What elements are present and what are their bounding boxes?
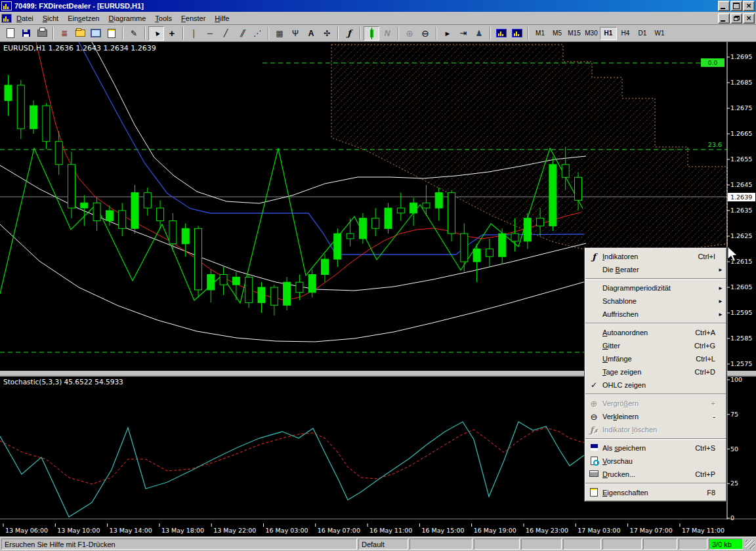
cursor-tool-button[interactable]: ► (148, 26, 164, 41)
current-price-tag: 1.2639 (730, 194, 752, 201)
zoom-out-button[interactable]: ⊖ (417, 26, 433, 41)
indicators-icon: ƒ (347, 28, 351, 38)
timeframe-m30[interactable]: M30 (583, 27, 600, 40)
save-icon (22, 30, 30, 37)
print-button[interactable] (34, 26, 50, 41)
menu-item-auffrischen[interactable]: Auffrischen► (585, 308, 726, 321)
arrows-tool-button[interactable]: ✣ (319, 26, 335, 41)
menu-item-umfänge[interactable]: UmfängeCtrl+L (585, 352, 726, 365)
menu-item-die-berater[interactable]: Die Berater► (585, 263, 726, 276)
pitchfork-tool-button[interactable]: Ψ (287, 26, 303, 41)
data-window-button[interactable] (72, 26, 88, 41)
status-panel (474, 539, 520, 550)
child-close-button[interactable]: × (743, 13, 755, 24)
menu-item-indikatoren[interactable]: ƒIndikatorenCtrl+I (585, 250, 726, 263)
line-mode-icon: N (385, 29, 390, 38)
text-tool-button[interactable]: A (303, 26, 319, 41)
market-watch-button[interactable]: ≣ (56, 26, 72, 41)
time-axis-label: 16 May 23:00 (526, 527, 568, 534)
submenu-arrow-icon: ► (718, 298, 723, 304)
menu-item-eigenschaften[interactable]: EigenschaftenF8 (585, 486, 726, 499)
menu-einsetzen[interactable]: Einsetzen (63, 13, 104, 24)
zoom-in-button[interactable]: ⊕ (402, 26, 417, 41)
expert-advisors-button[interactable]: ♟ (471, 26, 487, 41)
timeframe-w1[interactable]: W1 (651, 27, 668, 40)
channel-tool-icon: ╱╱ (240, 30, 243, 37)
profile-selector[interactable]: Default (358, 539, 408, 550)
crosshair-tool-button[interactable]: + (164, 26, 180, 41)
terminal-button[interactable] (88, 26, 104, 41)
status-panel (679, 539, 707, 550)
zin-icon: ⊕ (585, 399, 602, 409)
menu-item-vorschau[interactable]: Vorschau (585, 455, 726, 468)
timeframe-m15[interactable]: M15 (566, 27, 583, 40)
menu-item-label: Indikatoren (602, 253, 698, 260)
menu-item-schablone[interactable]: Schablone► (585, 295, 726, 308)
svg-text:0: 0 (730, 514, 734, 521)
time-axis-label: 17 May 07:00 (630, 527, 673, 534)
menu-item-drucken-[interactable]: Drucken...Ctrl+P (585, 468, 726, 481)
print-icon (37, 30, 47, 37)
status-panel (521, 539, 562, 550)
tile-windows-button[interactable] (509, 26, 525, 41)
chart-properties-button[interactable] (104, 26, 119, 41)
new-chart-button[interactable] (3, 26, 18, 41)
vertical-line-tool-button[interactable]: │ (186, 26, 202, 41)
timeframe-m5[interactable]: M5 (549, 27, 566, 40)
menu-item-verkleinern[interactable]: ⊖Verkleinern- (585, 410, 726, 423)
vertical-line-tool-icon: │ (192, 30, 197, 37)
menu-item-label: Eigenschaften (602, 489, 707, 497)
auto-scroll-button[interactable]: ► (440, 26, 455, 41)
status-bar: Ersuchen Sie Hilfe mit F1-DrückenDefault… (0, 537, 756, 551)
svg-text:1.2595: 1.2595 (730, 309, 752, 316)
new-order-button[interactable]: ✎ (126, 26, 142, 41)
fib-236-label: 23.6 (708, 141, 722, 148)
menu-item-tage-zeigen[interactable]: Tage zeigenCtrl+D (585, 365, 726, 378)
line-mode-button[interactable]: N (379, 26, 395, 41)
status-panel (410, 539, 472, 550)
menu-diagramme[interactable]: Diagramme (104, 13, 151, 24)
new-chart-window-button[interactable] (494, 26, 509, 41)
menu-item-label: Tage zeigen (602, 368, 695, 376)
horizontal-line-tool-button[interactable]: ─ (202, 26, 218, 41)
menu-fenster[interactable]: Fenster (177, 13, 210, 24)
menu-hilfe[interactable]: Hilfe (210, 13, 234, 24)
menu-item-als-speichern[interactable]: Als speichernCtrl+S (585, 441, 726, 455)
child-minimize-button[interactable] (718, 13, 730, 24)
indicators-button[interactable]: ƒ (341, 26, 357, 41)
menu-item-label: Umfänge (602, 355, 696, 363)
printer-icon (585, 470, 602, 478)
timeframe-h4[interactable]: H4 (617, 27, 634, 40)
trendline-tool-button[interactable]: ╱ (218, 26, 234, 41)
resize-grip[interactable] (746, 540, 755, 549)
candlestick-mode-button[interactable] (364, 26, 379, 41)
timeframe-m1[interactable]: M1 (532, 27, 549, 40)
menu-item-autoanordnen[interactable]: AutoanordnenCtrl+A (585, 326, 726, 339)
menu-item-diagrammperiodizität[interactable]: Diagrammperiodizität► (585, 281, 726, 295)
pitchfork-tool-icon: Ψ (292, 29, 299, 38)
svg-text:25: 25 (730, 480, 738, 487)
menu-item-ohlc-zeigen[interactable]: ✓OHLC zeigen (585, 378, 726, 392)
terminal-icon (91, 29, 101, 37)
chart-shift-button[interactable]: ⇥ (455, 26, 471, 41)
timeframe-d1[interactable]: D1 (634, 27, 651, 40)
menu-sicht[interactable]: Sicht (38, 13, 63, 24)
close-button[interactable]: × (743, 1, 755, 11)
fibo-grid-tool-button[interactable]: ▦ (272, 26, 287, 41)
gann-fan-tool-button[interactable]: ⋰ (249, 26, 265, 41)
menu-datei[interactable]: Datei (12, 13, 38, 24)
channel-tool-button[interactable]: ╱╱ (234, 26, 249, 41)
menu-tools[interactable]: Tools (150, 13, 177, 24)
minimize-button[interactable] (718, 1, 730, 11)
menu-item-vergrößern: ⊕Vergrößern+ (585, 397, 726, 410)
save-button[interactable] (18, 26, 34, 41)
timeframe-h1[interactable]: H1 (600, 27, 617, 40)
status-panel (602, 539, 642, 550)
maximize-button[interactable] (730, 1, 742, 11)
window-title: 70499: FXDirectDealer - [EURUSD,H1] (14, 2, 718, 10)
menu-item-gitter[interactable]: GitterCtrl+G (585, 339, 726, 352)
app-icon (1, 1, 12, 10)
child-restore-button[interactable] (730, 13, 742, 24)
status-panel (643, 539, 677, 550)
status-message: Ersuchen Sie Hilfe mit F1-Drücken (1, 539, 357, 550)
